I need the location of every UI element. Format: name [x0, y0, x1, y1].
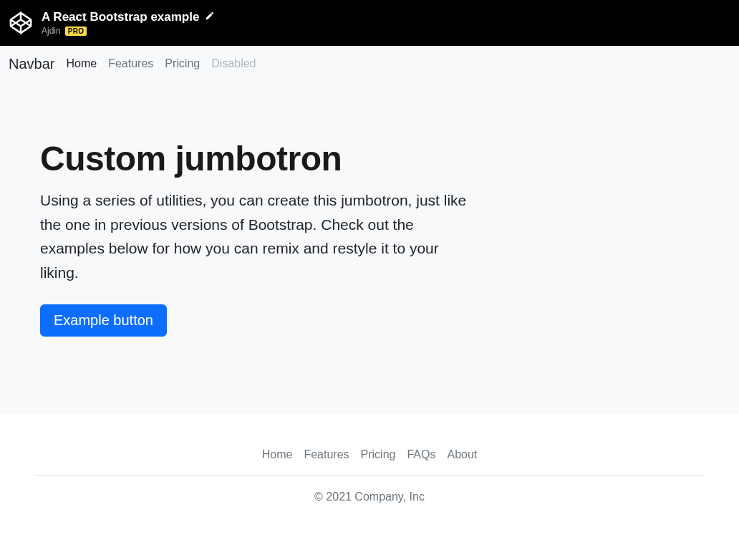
preview-area: Navbar Home Features Pricing Disabled Cu…	[0, 46, 739, 414]
example-button[interactable]: Example button	[40, 304, 167, 337]
jumbotron-body: Using a series of utilities, you can cre…	[40, 188, 475, 284]
jumbotron-heading: Custom jumbotron	[40, 139, 475, 178]
pen-author[interactable]: Ajdin	[42, 26, 61, 36]
edit-icon[interactable]	[205, 11, 215, 24]
navbar: Navbar Home Features Pricing Disabled	[0, 46, 739, 82]
footer-link-about[interactable]: About	[447, 448, 477, 461]
nav-features[interactable]: Features	[108, 52, 153, 76]
nav-disabled: Disabled	[211, 52, 256, 76]
footer-copyright: © 2021 Company, Inc	[34, 491, 705, 503]
navbar-nav: Home Features Pricing Disabled	[66, 52, 256, 76]
footer-nav: Home Features Pricing FAQs About	[34, 448, 705, 476]
nav-pricing[interactable]: Pricing	[165, 52, 200, 76]
codepen-title-block: A React Bootstrap example Ajdin PRO	[42, 10, 215, 36]
footer: Home Features Pricing FAQs About © 2021 …	[0, 414, 739, 538]
nav-home[interactable]: Home	[66, 52, 97, 76]
codepen-logo-icon[interactable]	[9, 11, 33, 35]
footer-link-home[interactable]: Home	[262, 448, 293, 461]
footer-link-pricing[interactable]: Pricing	[361, 448, 396, 461]
navbar-brand[interactable]: Navbar	[9, 53, 54, 75]
pro-badge: PRO	[65, 26, 87, 36]
jumbotron: Custom jumbotron Using a series of utili…	[0, 82, 516, 371]
codepen-header: A React Bootstrap example Ajdin PRO	[0, 0, 739, 46]
pen-title[interactable]: A React Bootstrap example	[42, 10, 199, 24]
footer-link-features[interactable]: Features	[304, 448, 349, 461]
footer-link-faqs[interactable]: FAQs	[407, 448, 435, 461]
